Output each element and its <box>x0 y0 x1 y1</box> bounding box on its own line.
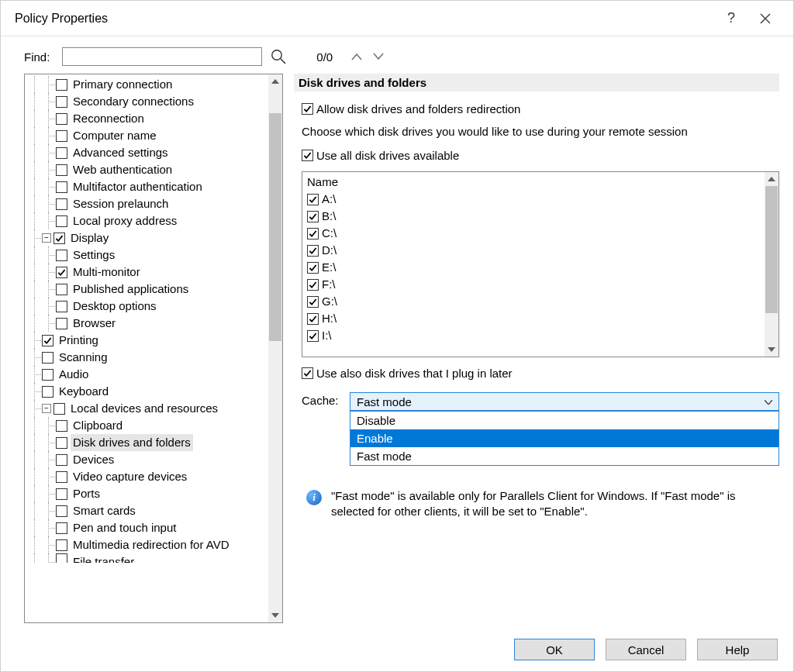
tree-item[interactable]: Smart cards <box>28 502 268 519</box>
tree-item[interactable]: Local proxy address <box>28 212 268 229</box>
drive-checkbox[interactable] <box>307 262 319 274</box>
tree-item[interactable]: Pen and touch input <box>28 519 268 536</box>
use-all-drives-checkbox[interactable]: Use all disk drives available <box>302 149 779 162</box>
chevron-up-icon[interactable] <box>268 74 282 88</box>
search-icon[interactable] <box>270 48 287 65</box>
tree-item[interactable]: Browser <box>28 315 268 332</box>
drives-listbox[interactable]: Name A:\B:\C:\D:\E:\F:\G:\H:\I:\ <box>302 171 779 357</box>
cache-option[interactable]: Disable <box>350 412 778 429</box>
tree-item[interactable]: Advanced settings <box>28 144 268 161</box>
drive-item[interactable]: A:\ <box>306 191 761 208</box>
policy-tree[interactable]: Primary connectionSecondary connectionsR… <box>24 74 283 623</box>
tree-item[interactable]: Reconnection <box>28 110 268 127</box>
cancel-button[interactable]: Cancel <box>606 639 686 660</box>
tree-item[interactable]: Printing <box>28 332 268 349</box>
tree-item[interactable]: Scanning <box>28 349 268 366</box>
drive-checkbox[interactable] <box>307 279 319 291</box>
tree-item[interactable]: Disk drives and folders <box>28 434 268 451</box>
tree-item-checkbox[interactable] <box>56 250 67 261</box>
tree-item[interactable]: Session prelaunch <box>28 195 268 212</box>
drive-checkbox[interactable] <box>307 194 319 205</box>
find-input[interactable] <box>62 47 262 66</box>
tree-item-checkbox[interactable] <box>56 420 67 432</box>
tree-item-checkbox[interactable] <box>56 437 67 449</box>
drive-checkbox[interactable] <box>307 211 319 222</box>
tree-item-checkbox[interactable] <box>56 215 67 227</box>
tree-item[interactable]: Multi-monitor <box>28 264 268 281</box>
tree-item[interactable]: Keyboard <box>28 383 268 400</box>
tree-item[interactable]: −Display <box>28 229 268 246</box>
tree-item-checkbox[interactable] <box>42 352 54 364</box>
tree-item[interactable]: Multimedia redirection for AVD <box>28 536 268 553</box>
drive-checkbox[interactable] <box>307 296 319 308</box>
tree-item[interactable]: Video capture devices <box>28 468 268 485</box>
collapse-icon[interactable]: − <box>42 404 51 413</box>
tree-item[interactable]: Desktop options <box>28 298 268 315</box>
drive-checkbox[interactable] <box>307 228 319 240</box>
tree-item-checkbox[interactable] <box>56 267 67 278</box>
tree-item[interactable]: Multifactor authentication <box>28 178 268 195</box>
drive-item[interactable]: E:\ <box>306 259 761 276</box>
tree-item-checkbox[interactable] <box>56 318 67 329</box>
collapse-icon[interactable]: − <box>42 233 51 243</box>
tree-item[interactable]: Published applications <box>28 281 268 298</box>
drive-item[interactable]: H:\ <box>306 310 761 327</box>
drive-checkbox[interactable] <box>307 313 319 325</box>
scroll-thumb[interactable] <box>765 186 778 313</box>
tree-item[interactable]: Web authentication <box>28 161 268 178</box>
tree-item-checkbox[interactable] <box>56 79 67 91</box>
drive-item[interactable]: G:\ <box>306 293 761 310</box>
tree-item[interactable]: Devices <box>28 451 268 468</box>
tree-item-checkbox[interactable] <box>56 539 67 551</box>
tree-item[interactable]: Clipboard <box>28 417 268 434</box>
tree-item-checkbox[interactable] <box>42 335 54 346</box>
help-button[interactable]: ? <box>714 1 748 36</box>
tree-item-checkbox[interactable] <box>56 130 67 142</box>
tree-item[interactable]: −Local devices and resources <box>28 400 268 417</box>
chevron-down-icon[interactable] <box>268 608 282 622</box>
tree-item-checkbox[interactable] <box>56 198 67 210</box>
drive-item[interactable]: D:\ <box>306 242 761 259</box>
tree-item-checkbox[interactable] <box>56 181 67 193</box>
tree-item[interactable]: Settings <box>28 246 268 264</box>
tree-item-checkbox[interactable] <box>56 164 67 176</box>
scroll-thumb[interactable] <box>269 113 281 341</box>
tree-item-checkbox[interactable] <box>42 369 54 381</box>
tree-item-checkbox[interactable] <box>56 522 67 534</box>
close-button[interactable] <box>748 1 782 36</box>
tree-item[interactable]: File transfer <box>28 553 268 563</box>
use-later-drives-checkbox[interactable]: Use also disk drives that I plug in late… <box>302 367 779 380</box>
tree-item[interactable]: Primary connection <box>28 76 268 93</box>
tree-item-checkbox[interactable] <box>56 454 67 466</box>
drive-checkbox[interactable] <box>307 330 319 342</box>
find-prev-button[interactable] <box>348 50 365 64</box>
drive-item[interactable]: C:\ <box>306 225 761 242</box>
tree-item-checkbox[interactable] <box>56 147 67 159</box>
cache-combobox[interactable]: Fast mode DisableEnableFast mode <box>350 392 779 411</box>
tree-item-checkbox[interactable] <box>54 403 65 415</box>
tree-item-checkbox[interactable] <box>42 386 54 398</box>
tree-item-checkbox[interactable] <box>56 488 67 500</box>
tree-item-checkbox[interactable] <box>56 471 67 483</box>
cache-option[interactable]: Enable <box>350 429 778 447</box>
drives-scrollbar[interactable] <box>765 172 778 357</box>
tree-item-checkbox[interactable] <box>56 284 67 295</box>
tree-item[interactable]: Ports <box>28 485 268 502</box>
drive-item[interactable]: I:\ <box>306 327 761 344</box>
tree-item-checkbox[interactable] <box>54 233 65 244</box>
tree-item[interactable]: Computer name <box>28 127 268 144</box>
tree-item-checkbox[interactable] <box>56 96 67 108</box>
tree-item-checkbox[interactable] <box>56 505 67 517</box>
ok-button[interactable]: OK <box>514 639 595 660</box>
find-next-button[interactable] <box>370 50 387 64</box>
tree-item-checkbox[interactable] <box>56 301 67 312</box>
chevron-down-icon[interactable] <box>765 343 778 357</box>
tree-item[interactable]: Audio <box>28 366 268 383</box>
cache-dropdown-list[interactable]: DisableEnableFast mode <box>350 411 779 466</box>
drive-item[interactable]: B:\ <box>306 208 761 225</box>
tree-item-checkbox[interactable] <box>56 553 67 563</box>
tree-item[interactable]: Secondary connections <box>28 93 268 110</box>
drive-checkbox[interactable] <box>307 245 319 257</box>
tree-scrollbar[interactable] <box>268 74 282 622</box>
cache-option[interactable]: Fast mode <box>350 447 778 465</box>
